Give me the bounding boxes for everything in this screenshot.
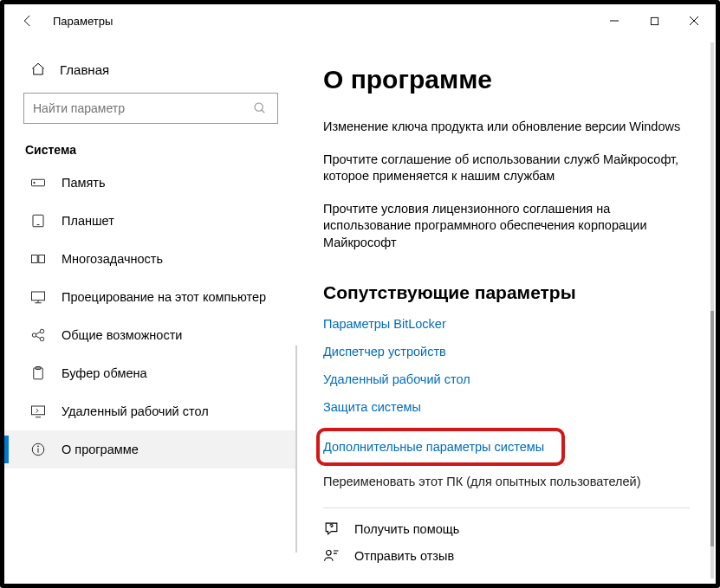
search-icon <box>253 101 269 115</box>
link-rename-pc[interactable]: Переименовать этот ПК (для опытных польз… <box>323 475 690 488</box>
titlebar: Параметры <box>4 4 716 37</box>
paragraph-product-key: Изменение ключа продукта или обновление … <box>323 119 690 136</box>
sidebar-item-multitasking[interactable]: Многозадачность <box>4 240 297 278</box>
sidebar-item-label: Многозадачность <box>62 252 163 266</box>
sidebar: Главная Система Память Планшет <box>4 37 297 584</box>
sidebar-item-label: Планшет <box>62 214 114 228</box>
svg-rect-12 <box>32 292 45 300</box>
sidebar-item-storage[interactable]: Память <box>4 164 297 202</box>
svg-point-7 <box>34 182 36 184</box>
clipboard-icon <box>30 365 48 381</box>
give-feedback-label: Отправить отзыв <box>354 549 454 563</box>
sidebar-item-remote-desktop[interactable]: Удаленный рабочий стол <box>4 392 297 430</box>
multitasking-icon <box>30 251 48 267</box>
window-title: Параметры <box>53 15 113 28</box>
svg-line-16 <box>36 332 40 334</box>
link-advanced-system-settings[interactable]: Дополнительные параметры системы <box>323 440 544 454</box>
svg-point-13 <box>32 333 36 338</box>
link-bitlocker[interactable]: Параметры BitLocker <box>323 317 690 331</box>
svg-rect-11 <box>39 255 45 263</box>
about-icon <box>30 442 48 457</box>
svg-rect-10 <box>32 255 38 263</box>
settings-window: Параметры Главная <box>4 4 716 584</box>
sidebar-home[interactable]: Главная <box>4 55 297 84</box>
svg-point-25 <box>327 551 332 556</box>
sidebar-item-shared[interactable]: Общие возможности <box>4 316 297 354</box>
sidebar-item-tablet[interactable]: Планшет <box>4 202 297 240</box>
get-help[interactable]: Получить помощь <box>323 520 690 537</box>
storage-icon <box>30 175 48 191</box>
remote-desktop-icon <box>30 404 48 419</box>
paragraph-license-terms: Прочтите условия лицензионного соглашени… <box>323 201 690 252</box>
svg-point-4 <box>255 103 263 111</box>
sidebar-item-label: Удаленный рабочий стол <box>62 404 209 418</box>
scrollbar[interactable] <box>710 42 714 578</box>
feedback-icon <box>323 547 344 564</box>
sidebar-item-label: О программе <box>62 443 139 456</box>
main-content: О программе Изменение ключа продукта или… <box>297 37 716 584</box>
sidebar-item-label: Память <box>62 176 106 190</box>
sidebar-item-label: Общие возможности <box>62 328 182 342</box>
help-icon <box>323 520 344 537</box>
svg-point-15 <box>40 337 44 341</box>
home-icon <box>30 61 48 77</box>
minimize-button[interactable] <box>594 7 634 35</box>
svg-point-23 <box>38 446 39 447</box>
scrollbar-thumb[interactable] <box>710 311 714 546</box>
related-heading: Сопутствующие параметры <box>323 282 690 303</box>
highlight-annotation: Дополнительные параметры системы <box>316 428 565 466</box>
search-input[interactable] <box>33 101 253 115</box>
give-feedback[interactable]: Отправить отзыв <box>323 547 690 564</box>
sidebar-item-label: Буфер обмена <box>62 366 147 380</box>
projecting-icon <box>30 289 48 305</box>
shared-icon <box>30 327 48 343</box>
search-box[interactable] <box>23 93 278 124</box>
svg-point-14 <box>40 329 44 333</box>
sidebar-group-label: Система <box>4 126 297 164</box>
paragraph-services-agreement: Прочтите соглашение об использовании слу… <box>323 152 690 185</box>
back-button[interactable] <box>13 6 42 36</box>
separator <box>323 507 690 508</box>
link-device-manager[interactable]: Диспетчер устройств <box>323 345 690 359</box>
page-heading: О программе <box>323 65 690 94</box>
svg-line-17 <box>36 336 40 339</box>
tablet-icon <box>30 213 48 229</box>
close-button[interactable] <box>674 7 714 35</box>
sidebar-item-clipboard[interactable]: Буфер обмена <box>4 354 297 392</box>
svg-line-5 <box>262 110 264 113</box>
sidebar-item-label: Проецирование на этот компьютер <box>62 290 266 304</box>
sidebar-item-about[interactable]: О программе <box>4 430 297 468</box>
svg-rect-1 <box>651 17 658 24</box>
sidebar-home-label: Главная <box>60 62 109 77</box>
sidebar-item-projecting[interactable]: Проецирование на этот компьютер <box>4 278 297 316</box>
link-system-protection[interactable]: Защита системы <box>323 400 690 414</box>
link-remote-desktop[interactable]: Удаленный рабочий стол <box>323 372 690 386</box>
maximize-button[interactable] <box>634 7 674 35</box>
get-help-label: Получить помощь <box>354 522 459 536</box>
